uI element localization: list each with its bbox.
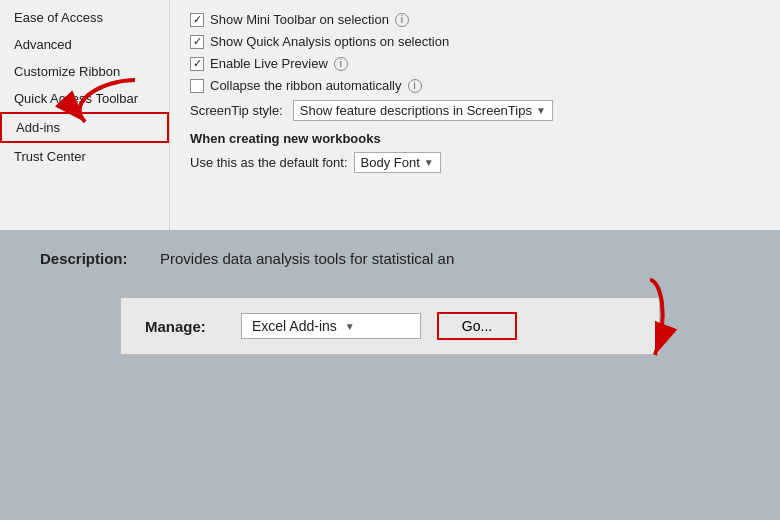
default-font-label: Use this as the default font: [190, 155, 348, 170]
collapse-ribbon-checkbox[interactable] [190, 79, 204, 93]
mini-toolbar-info-icon: i [395, 13, 409, 27]
manage-dropdown-value: Excel Add-ins [252, 318, 337, 334]
screentip-style-label: ScreenTip style: [190, 103, 283, 118]
default-font-value: Body Font [361, 155, 420, 170]
live-preview-option-row: Enable Live Preview i [190, 56, 760, 71]
mini-toolbar-checkbox[interactable] [190, 13, 204, 27]
manage-box: Manage: Excel Add-ins ▼ Go... [120, 297, 660, 355]
quick-analysis-label: Show Quick Analysis options on selection [210, 34, 449, 49]
description-label: Description: [40, 250, 160, 267]
description-row: Description: Provides data analysis tool… [40, 250, 740, 267]
mini-toolbar-label: Show Mini Toolbar on selection [210, 12, 389, 27]
default-font-dropdown[interactable]: Body Font ▼ [354, 152, 441, 173]
options-panel: Show Mini Toolbar on selection i Show Qu… [170, 0, 780, 230]
bottom-section: Description: Provides data analysis tool… [0, 230, 780, 520]
manage-dropdown-arrow: ▼ [345, 321, 355, 332]
quick-analysis-option-row: Show Quick Analysis options on selection [190, 34, 760, 49]
collapse-ribbon-label: Collapse the ribbon automatically [210, 78, 402, 93]
collapse-ribbon-info-icon: i [408, 79, 422, 93]
sidebar-item-trust-center[interactable]: Trust Center [0, 143, 169, 170]
default-font-row: Use this as the default font: Body Font … [190, 152, 760, 173]
screentip-style-value: Show feature descriptions in ScreenTips [300, 103, 532, 118]
font-dropdown-arrow: ▼ [424, 157, 434, 168]
red-arrow-left [55, 70, 145, 130]
sidebar-item-advanced[interactable]: Advanced [0, 31, 169, 58]
collapse-ribbon-option-row: Collapse the ribbon automatically i [190, 78, 760, 93]
live-preview-label: Enable Live Preview [210, 56, 328, 71]
quick-analysis-checkbox[interactable] [190, 35, 204, 49]
go-button[interactable]: Go... [437, 312, 517, 340]
screentip-dropdown-arrow: ▼ [536, 105, 546, 116]
new-workbooks-section-title: When creating new workbooks [190, 131, 760, 146]
live-preview-checkbox[interactable] [190, 57, 204, 71]
manage-dropdown[interactable]: Excel Add-ins ▼ [241, 313, 421, 339]
mini-toolbar-option-row: Show Mini Toolbar on selection i [190, 12, 760, 27]
sidebar-item-ease-of-access[interactable]: Ease of Access [0, 4, 169, 31]
red-arrow-bottom [610, 275, 690, 375]
live-preview-info-icon: i [334, 57, 348, 71]
manage-label: Manage: [145, 318, 225, 335]
description-text: Provides data analysis tools for statist… [160, 250, 454, 267]
screentip-style-dropdown[interactable]: Show feature descriptions in ScreenTips … [293, 100, 553, 121]
screentip-style-row: ScreenTip style: Show feature descriptio… [190, 100, 760, 121]
